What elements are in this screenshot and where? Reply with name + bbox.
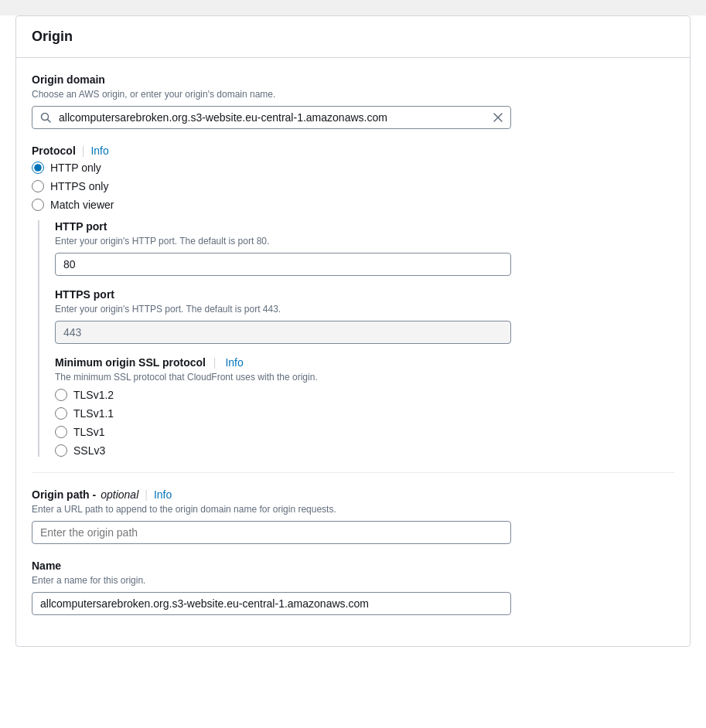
origin-domain-label: Origin domain: [32, 73, 674, 86]
protocol-http-only-label: HTTP only: [50, 162, 101, 174]
ssl-tlsv12-option[interactable]: TLSv1.2: [55, 389, 674, 401]
page-container: Origin Origin domain Choose an AWS origi…: [0, 15, 706, 728]
https-port-label: HTTPS port: [55, 288, 674, 301]
page-title: Origin: [32, 29, 674, 45]
ssl-sslv3-radio[interactable]: [55, 444, 67, 457]
protocol-match-viewer-option[interactable]: Match viewer: [32, 199, 674, 211]
ssl-protocol-group: Minimum origin SSL protocol | Info The m…: [55, 356, 674, 457]
protocol-http-only-option[interactable]: HTTP only: [32, 162, 674, 174]
origin-domain-input[interactable]: [32, 107, 510, 128]
nested-port-section: HTTP port Enter your origin's HTTP port.…: [38, 220, 674, 457]
ssl-tlsv1-radio[interactable]: [55, 426, 67, 438]
protocol-https-only-radio[interactable]: [32, 180, 44, 192]
protocol-label: Protocol | Info: [32, 145, 674, 157]
ssl-tlsv1-option[interactable]: TLSv1: [55, 426, 674, 438]
svg-line-1: [48, 120, 51, 123]
name-input[interactable]: [32, 592, 511, 615]
protocol-http-only-radio[interactable]: [32, 162, 44, 174]
origin-path-description: Enter a URL path to append to the origin…: [32, 504, 674, 515]
protocol-radio-group: HTTP only HTTPS only Match viewer: [32, 162, 674, 211]
section-header: Origin: [16, 16, 690, 58]
https-port-group: HTTPS port Enter your origin's HTTPS por…: [55, 288, 674, 344]
ssl-radio-group: TLSv1.2 TLSv1.1 TLSv1: [55, 389, 674, 457]
origin-path-input[interactable]: [32, 521, 511, 544]
http-port-input[interactable]: [55, 253, 511, 276]
name-label: Name: [32, 560, 674, 572]
http-port-label: HTTP port: [55, 220, 674, 233]
divider: [32, 472, 674, 473]
ssl-sslv3-label: SSLv3: [73, 444, 105, 457]
ssl-sslv3-option[interactable]: SSLv3: [55, 444, 674, 457]
section-body: Origin domain Choose an AWS origin, or e…: [16, 58, 690, 646]
origin-domain-group: Origin domain Choose an AWS origin, or e…: [32, 73, 674, 129]
https-port-description: Enter your origin's HTTPS port. The defa…: [55, 304, 674, 315]
name-group: Name Enter a name for this origin.: [32, 560, 674, 615]
ssl-info-link[interactable]: Info: [225, 356, 243, 369]
origin-path-group: Origin path - optional | Info Enter a UR…: [32, 488, 674, 544]
ssl-tlsv11-radio[interactable]: [55, 407, 67, 420]
protocol-https-only-label: HTTPS only: [50, 180, 108, 192]
http-port-description: Enter your origin's HTTP port. The defau…: [55, 236, 674, 247]
clear-origin-domain-button[interactable]: [492, 111, 504, 124]
protocol-info-link[interactable]: Info: [90, 145, 108, 157]
ssl-tlsv1-label: TLSv1: [73, 426, 104, 438]
protocol-match-viewer-label: Match viewer: [50, 199, 114, 211]
ssl-tlsv11-label: TLSv1.1: [73, 407, 114, 420]
ssl-tlsv12-label: TLSv1.2: [73, 389, 114, 401]
origin-path-info-link[interactable]: Info: [154, 488, 172, 501]
http-port-group: HTTP port Enter your origin's HTTP port.…: [55, 220, 674, 276]
protocol-https-only-option[interactable]: HTTPS only: [32, 180, 674, 192]
ssl-tlsv12-radio[interactable]: [55, 389, 67, 401]
origin-path-optional: optional: [101, 488, 138, 501]
ssl-protocol-label: Minimum origin SSL protocol | Info: [55, 356, 674, 369]
ssl-protocol-description: The minimum SSL protocol that CloudFront…: [55, 372, 674, 383]
name-description: Enter a name for this origin.: [32, 575, 674, 586]
main-card: Origin Origin domain Choose an AWS origi…: [15, 15, 691, 647]
protocol-match-viewer-radio[interactable]: [32, 199, 44, 211]
origin-domain-input-wrapper: [32, 106, 511, 129]
protocol-group: Protocol | Info HTTP only HTTPS only: [32, 145, 674, 457]
search-icon: [40, 112, 51, 123]
https-port-input[interactable]: [55, 321, 511, 344]
origin-path-label: Origin path - optional | Info: [32, 488, 674, 501]
ssl-tlsv11-option[interactable]: TLSv1.1: [55, 407, 674, 420]
origin-domain-description: Choose an AWS origin, or enter your orig…: [32, 89, 674, 100]
